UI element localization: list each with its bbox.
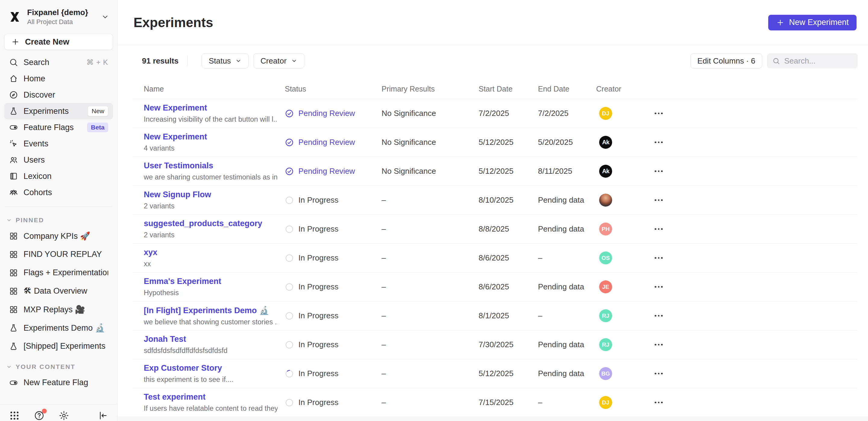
creator-avatar <box>599 194 612 206</box>
sidebar-item-find-your-replay[interactable]: FIND YOUR REPLAY <box>4 245 113 263</box>
project-switcher[interactable]: Fixpanel {demo} All Project Data <box>0 0 117 27</box>
more-actions-button[interactable] <box>653 341 858 349</box>
experiment-description: 2 variants <box>144 202 278 210</box>
search-input[interactable] <box>784 56 852 66</box>
more-actions-button[interactable] <box>653 254 858 262</box>
sidebar-footer <box>0 404 117 421</box>
experiment-name-link[interactable]: New Signup Flow <box>144 190 278 199</box>
experiment-name-link[interactable]: Jonah Test <box>144 334 278 344</box>
help-icon[interactable] <box>34 410 44 421</box>
table-footer-band <box>118 416 868 421</box>
keyboard-shortcut: ⌘ + K <box>87 58 108 67</box>
end-date-cell: 7/2/2025 <box>538 109 596 118</box>
start-date-cell: 7/2/2025 <box>478 109 538 118</box>
sidebar-item-discover[interactable]: Discover <box>4 87 113 103</box>
creator-filter-button[interactable]: Creator <box>253 53 304 68</box>
table-row: Exp Customer Story this experiment is to… <box>133 359 858 388</box>
status-filter-button[interactable]: Status <box>202 53 249 68</box>
page-title: Experiments <box>133 15 213 30</box>
progress-circle-icon <box>285 225 294 234</box>
collapse-sidebar-icon[interactable] <box>97 410 108 421</box>
creator-cell: Ak <box>596 136 651 149</box>
experiment-name-link[interactable]: Emma's Experiment <box>144 277 278 286</box>
section-header[interactable]: PINNED <box>0 213 117 226</box>
experiment-name-link[interactable]: [In Flight] Experiments Demo 🔬 <box>144 306 278 315</box>
sidebar-item-experiments[interactable]: Experiments New <box>4 103 113 119</box>
experiment-description: this experiment is to see if.... <box>144 376 278 384</box>
settings-icon[interactable] <box>59 410 69 421</box>
board-icon <box>9 287 18 296</box>
nav-item-label: Search <box>24 58 50 67</box>
more-actions-button[interactable] <box>653 167 858 175</box>
search-icon <box>772 57 780 65</box>
status-label: In Progress <box>299 369 338 378</box>
more-actions-button[interactable] <box>653 283 858 291</box>
sidebar-item-company-kpis[interactable]: Company KPIs 🚀 <box>4 227 113 245</box>
nav-item-label: Discover <box>24 90 55 100</box>
toggle-icon <box>9 378 18 387</box>
start-date-cell: 5/12/2025 <box>478 138 538 147</box>
main-content: Experiments New Experiment 91 results St… <box>118 0 868 421</box>
status-cell: In Progress <box>285 224 381 234</box>
experiment-name-link[interactable]: xyx <box>144 248 278 257</box>
nav-item-label: Experiments <box>24 107 69 116</box>
fixpanel-logo <box>8 10 22 24</box>
more-actions-button[interactable] <box>653 138 858 147</box>
more-actions-button[interactable] <box>653 196 858 204</box>
home-icon <box>9 74 18 83</box>
nav-item-badge: New <box>88 106 108 116</box>
more-actions-button[interactable] <box>653 399 858 407</box>
sidebar-item-shipped-experiments-demo[interactable]: [Shipped] Experiments Demo 🖊 <box>4 337 113 355</box>
edit-columns-label: Edit Columns · 6 <box>698 56 755 66</box>
sidebar-item-search[interactable]: Search ⌘ + K <box>4 54 113 70</box>
experiment-name-link[interactable]: User Testimonials <box>144 161 278 170</box>
create-new-button[interactable]: Create New <box>4 34 113 50</box>
experiment-description: If users have relatable content to read … <box>144 404 278 413</box>
sidebar-item-feature-flags[interactable]: Feature Flags Beta <box>4 119 113 135</box>
sidebar-item-flags-experimentation-demo[interactable]: Flags + Experimentation Demo , <box>4 263 113 282</box>
end-date-cell: Pending data <box>538 369 596 378</box>
nav-item-label: Feature Flags <box>24 123 74 132</box>
creator-cell: DJ <box>596 396 651 409</box>
start-date-cell: 7/30/2025 <box>478 340 538 349</box>
nav-item-label: Cohorts <box>24 188 52 197</box>
sidebar-item-mxp-replays[interactable]: MXP Replays 🎥 <box>4 300 113 319</box>
start-date-cell: 8/6/2025 <box>478 253 538 263</box>
sidebar-item-new-feature-flag[interactable]: New Feature Flag <box>4 374 113 392</box>
experiment-name-link[interactable]: suggested_products_category <box>144 219 278 228</box>
sidebar-item-lexicon[interactable]: Lexicon <box>4 168 113 184</box>
experiment-name-link[interactable]: New Experiment <box>144 132 278 141</box>
nav-item-label: FIND YOUR REPLAY <box>24 250 102 259</box>
nav-item-label: Flags + Experimentation Demo , <box>24 268 108 277</box>
experiment-name-link[interactable]: New Experiment <box>144 103 278 112</box>
status-cell: Pending Review <box>285 109 381 118</box>
flask-icon <box>9 323 18 332</box>
chevron-down-icon <box>6 364 12 370</box>
end-date-cell: Pending data <box>538 282 596 292</box>
experiment-name-link[interactable]: Exp Customer Story <box>144 363 278 373</box>
status-label: In Progress <box>299 340 338 349</box>
creator-cell: RJ <box>596 309 651 322</box>
experiment-name-link[interactable]: Test experiment <box>144 392 278 402</box>
toolbar-divider <box>187 56 188 66</box>
more-actions-button[interactable] <box>653 109 858 118</box>
sidebar-item-cohorts[interactable]: Cohorts <box>4 184 113 200</box>
more-actions-button[interactable] <box>653 370 858 378</box>
sidebar-item-home[interactable]: Home <box>4 70 113 87</box>
more-actions-button[interactable] <box>653 225 858 233</box>
column-header-creator: Creator <box>596 85 651 93</box>
sidebar-item-users[interactable]: Users <box>4 152 113 168</box>
column-header-name: Name <box>144 85 285 93</box>
creator-cell: RJ <box>596 338 651 351</box>
new-experiment-button[interactable]: New Experiment <box>768 15 857 30</box>
create-new-label: Create New <box>25 37 69 47</box>
sidebar-item-data-overview[interactable]: 🛠 Data Overview <box>4 282 113 300</box>
sidebar-item-experiments-demo[interactable]: Experiments Demo 🔬 <box>4 319 113 337</box>
more-actions-button[interactable] <box>653 312 858 320</box>
apps-grid-icon[interactable] <box>9 410 20 421</box>
section-header[interactable]: YOUR CONTENT <box>0 360 117 372</box>
sidebar-item-events[interactable]: Events <box>4 135 113 152</box>
creator-cell: OS <box>596 252 651 264</box>
end-date-cell: – <box>538 398 596 407</box>
edit-columns-button[interactable]: Edit Columns · 6 <box>690 53 762 68</box>
